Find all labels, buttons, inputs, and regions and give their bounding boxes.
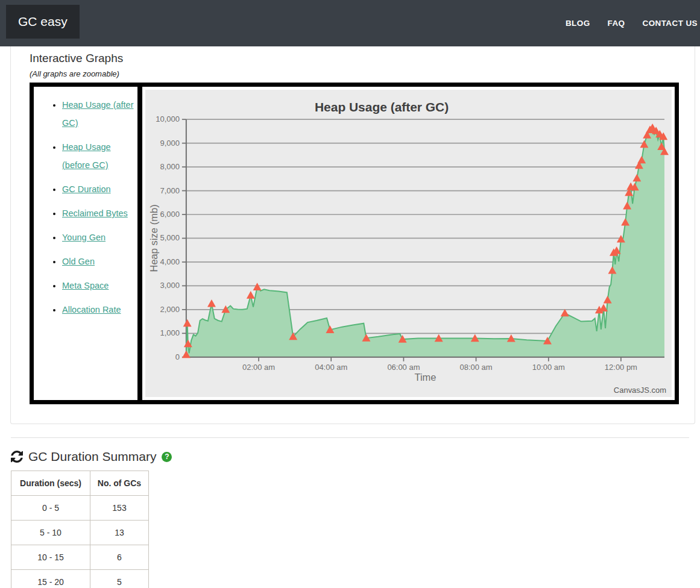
duration-cell: 15 - 20 [11,570,90,588]
graph-menu-link-young-gen[interactable]: Young Gen [62,233,106,242]
svg-text:Heap Usage (after GC): Heap Usage (after GC) [315,100,449,114]
heap-usage-chart-svg[interactable]: 01,0002,0003,0004,0005,0006,0007,0008,00… [145,90,672,397]
nav-link-blog[interactable]: BLOG [566,19,590,28]
svg-text:08:00 am: 08:00 am [460,363,493,372]
table-header-row: Duration (secs) No. of GCs [11,471,149,496]
graph-menu-item: Allocation Rate [62,301,135,319]
gc-duration-summary: GC Duration Summary ? Duration (secs) No… [11,449,700,588]
graph-menu-link-heap-usage-before-gc[interactable]: Heap Usage (before GC) [62,142,111,170]
gc-count-cell: 5 [90,570,149,588]
navbar-links: BLOGFAQCONTACT US [566,0,698,46]
gc-count-cell: 13 [90,521,149,545]
table-row: 15 - 205 [11,570,149,588]
graph-menu-link-heap-usage-after-gc[interactable]: Heap Usage (after GC) [62,100,133,128]
page-title: Interactive Graphs [30,52,695,65]
graph-menu-link-old-gen[interactable]: Old Gen [62,257,95,266]
brand-logo[interactable]: GC easy [6,5,80,39]
graph-menu-item: GC Duration [62,180,135,198]
duration-cell: 0 - 5 [11,496,90,521]
gc-count-cell: 153 [90,496,149,521]
svg-text:3,000: 3,000 [160,281,179,290]
page-subtitle: (All graphs are zoomable) [30,69,695,78]
table-row: 0 - 5153 [11,496,149,521]
nav-link-contact-us[interactable]: CONTACT US [643,19,698,28]
graphs-box: Heap Usage (after GC)Heap Usage (before … [30,83,679,404]
top-navbar: GC easy BLOGFAQCONTACT US [0,0,700,46]
graph-menu-link-meta-space[interactable]: Meta Space [62,281,109,290]
graph-menu-link-gc-duration[interactable]: GC Duration [62,184,111,194]
svg-text:06:00 am: 06:00 am [387,363,420,372]
duration-cell: 10 - 15 [11,545,90,570]
graph-menu-item: Young Gen [62,228,135,246]
svg-text:10:00 am: 10:00 am [532,363,565,372]
svg-text:1,000: 1,000 [160,328,179,337]
svg-text:02:00 am: 02:00 am [242,363,275,372]
main-panel: Interactive Graphs (All graphs are zooma… [10,46,695,424]
chart-panel: 01,0002,0003,0004,0005,0006,0007,0008,00… [142,87,675,400]
svg-text:6,000: 6,000 [160,210,179,219]
graph-menu-list: Heap Usage (after GC)Heap Usage (before … [34,87,137,319]
svg-text:Heap size (mb): Heap size (mb) [148,204,159,272]
refresh-icon[interactable] [11,451,23,463]
svg-text:2,000: 2,000 [160,305,179,314]
graph-menu-item: Heap Usage (before GC) [62,138,135,174]
summary-title: GC Duration Summary [28,449,156,464]
graph-menu-link-allocation-rate[interactable]: Allocation Rate [62,305,121,314]
graph-menu-item: Reclaimed Bytes [62,204,135,222]
graph-menu-item: Heap Usage (after GC) [62,96,135,132]
svg-text:12:00 pm: 12:00 pm [605,363,637,372]
graph-menu-item: Old Gen [62,252,135,271]
svg-text:5,000: 5,000 [160,233,179,242]
svg-text:0: 0 [175,352,180,361]
table-row: 10 - 156 [11,545,149,570]
section-divider [11,437,689,438]
graph-menu-item: Meta Space [62,277,135,295]
heap-usage-chart[interactable]: 01,0002,0003,0004,0005,0006,0007,0008,00… [145,90,672,397]
help-icon[interactable]: ? [162,452,172,462]
graph-menu: Heap Usage (after GC)Heap Usage (before … [34,87,142,400]
svg-text:8,000: 8,000 [160,162,179,171]
col-header-count: No. of GCs [90,471,149,496]
svg-text:9,000: 9,000 [160,139,179,148]
svg-text:Time: Time [414,372,436,383]
graph-menu-link-reclaimed-bytes[interactable]: Reclaimed Bytes [62,208,128,218]
svg-text:CanvasJS.com: CanvasJS.com [614,386,666,395]
refresh-icon-glyph [11,451,23,463]
col-header-duration: Duration (secs) [11,471,90,496]
table-row: 5 - 1013 [11,521,149,545]
svg-text:04:00 am: 04:00 am [315,363,347,372]
gc-count-cell: 6 [90,545,149,570]
duration-cell: 5 - 10 [11,521,90,545]
svg-text:10,000: 10,000 [156,114,180,124]
summary-title-row: GC Duration Summary ? [11,449,700,464]
nav-link-faq[interactable]: FAQ [608,19,625,28]
gc-duration-table: Duration (secs) No. of GCs 0 - 51535 - 1… [11,471,149,588]
svg-text:4,000: 4,000 [160,257,179,266]
svg-text:7,000: 7,000 [160,186,179,195]
